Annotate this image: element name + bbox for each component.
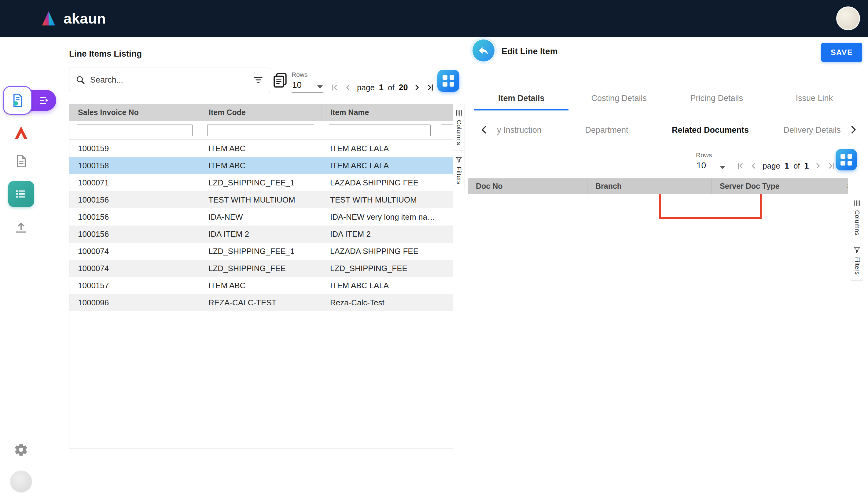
rows-select[interactable]: 10 — [696, 160, 726, 173]
rows-select[interactable]: 10 — [292, 80, 323, 93]
columns-icon — [455, 109, 463, 117]
next-page-icon[interactable] — [813, 161, 823, 170]
filter-input-invoice[interactable] — [77, 124, 193, 136]
brand-name: akaun — [64, 10, 106, 27]
tab-issue-link[interactable]: Issue Link — [766, 88, 864, 110]
table-row[interactable]: 1000156 IDA-NEW IDA-NEW very long item n… — [69, 208, 453, 225]
table-row[interactable]: 1000159 ITEM ABC ITEM ABC LALA — [69, 140, 453, 157]
back-arrow-icon — [477, 44, 489, 57]
columns-rail-label: Columns — [854, 210, 861, 235]
tabs-scroll-right-icon[interactable] — [848, 124, 859, 135]
sidebar-item-document-module[interactable] — [0, 154, 42, 168]
rows-per-page-control[interactable]: Rows 10 — [292, 71, 326, 93]
search-input[interactable] — [90, 75, 248, 85]
tab-delivery-details[interactable]: Delivery Details — [783, 123, 841, 137]
rows-label: Rows — [696, 151, 730, 159]
current-page: 1 — [785, 161, 789, 171]
filters-rail-button[interactable]: Filters — [453, 151, 465, 190]
filter-input-extra[interactable] — [441, 124, 453, 136]
table-header-row: Sales Invoice No Item Code Item Name — [69, 104, 453, 121]
current-page: 1 — [379, 83, 384, 92]
pages-icon — [272, 72, 289, 89]
cell-item-name: IDA ITEM 2 — [321, 230, 438, 239]
grid-view-button[interactable] — [437, 70, 459, 92]
columns-rail-button[interactable]: Columns — [851, 194, 863, 241]
document-icon — [14, 154, 28, 168]
grid-view-button[interactable] — [836, 149, 857, 170]
copy-view-button[interactable] — [271, 71, 289, 89]
total-pages: 1 — [804, 161, 809, 171]
chevron-down-icon — [720, 166, 725, 169]
sidebar-user-avatar[interactable] — [10, 471, 32, 493]
sidebar-item-line-items-selected[interactable] — [8, 181, 34, 207]
sidebar-item-red-module[interactable] — [0, 125, 42, 141]
filters-rail-label: Filters — [854, 257, 861, 275]
user-avatar[interactable] — [836, 7, 860, 30]
first-page-icon[interactable] — [736, 161, 745, 170]
tabs-scroll-left-icon[interactable] — [479, 124, 489, 135]
cell-item-name: ITEM ABC LALA — [321, 144, 438, 153]
grid-icon — [443, 75, 454, 87]
prev-page-icon[interactable] — [749, 161, 758, 170]
columns-rail-button[interactable]: Columns — [453, 104, 465, 151]
table-side-rail: Columns Filters — [453, 104, 465, 190]
sidebar — [0, 37, 42, 503]
line-items-table: Sales Invoice No Item Code Item Name 100… — [69, 104, 453, 449]
tab-pricing-details[interactable]: Pricing Details — [668, 88, 766, 110]
tab-department[interactable]: Department — [585, 123, 628, 137]
columns-rail-label: Columns — [455, 120, 463, 145]
table-row[interactable]: 1000096 REZA-CALC-TEST Reza-Calc-Test — [69, 294, 453, 311]
cell-invoice: 1000074 — [69, 247, 200, 256]
column-header-status[interactable]: St — [839, 178, 848, 194]
column-header-item-code[interactable]: Item Code — [200, 104, 321, 121]
search-icon — [75, 75, 85, 85]
pagination-left: page 1 of 20 — [330, 80, 435, 95]
chevron-down-icon — [317, 85, 323, 89]
column-header-extra — [438, 104, 453, 121]
app-switcher[interactable] — [3, 85, 60, 115]
tab-item-details[interactable]: Item Details — [473, 88, 570, 110]
of-word: of — [793, 161, 800, 171]
cell-item-code: TEST WITH MULTIUOM — [200, 195, 321, 205]
table-row[interactable]: 1000156 TEST WITH MULTIUOM TEST WITH MUL… — [69, 191, 453, 208]
cell-item-code: IDA-NEW — [200, 212, 321, 222]
next-page-icon[interactable] — [412, 83, 422, 92]
tab-costing-details[interactable]: Costing Details — [570, 88, 668, 110]
settings-gear-icon — [14, 442, 29, 457]
back-button[interactable] — [473, 39, 495, 61]
table-row[interactable]: 1000157 ITEM ABC ITEM ABC LALA — [69, 277, 453, 294]
topbar: akaun — [0, 0, 868, 37]
sidebar-item-upload[interactable] — [0, 220, 42, 234]
filters-rail-button[interactable]: Filters — [851, 241, 863, 280]
column-header-item-name[interactable]: Item Name — [321, 104, 438, 121]
first-page-icon[interactable] — [330, 83, 339, 92]
column-header-invoice[interactable]: Sales Invoice No — [69, 104, 200, 121]
cell-item-name: IDA-NEW very long item nam... — [321, 212, 438, 222]
table-row[interactable]: 1000071 LZD_SHIPPING_FEE_1 LAZADA SHIPPI… — [69, 174, 453, 191]
last-page-icon[interactable] — [827, 161, 836, 170]
column-header-branch[interactable]: Branch — [587, 178, 712, 194]
column-header-server-doc-type[interactable]: Server Doc Type — [712, 178, 839, 194]
edit-line-item-panel: Edit Line Item SAVE Item Details Costing… — [467, 37, 868, 503]
filter-input-item-name[interactable] — [329, 124, 431, 136]
cell-item-name: LAZADA SHIPPING FEE — [321, 247, 438, 256]
filter-input-item-code[interactable] — [207, 124, 314, 136]
prev-page-icon[interactable] — [343, 83, 353, 92]
invoice-doc-icon — [9, 92, 26, 109]
table-row[interactable]: 1000156 IDA ITEM 2 IDA ITEM 2 — [69, 225, 453, 243]
cell-invoice: 1000157 — [69, 281, 200, 290]
table-row[interactable]: 1000074 LZD_SHIPPING_FEE_1 LAZADA SHIPPI… — [69, 243, 453, 260]
save-button[interactable]: SAVE — [821, 43, 862, 62]
table-row[interactable]: 1000074 LZD_SHIPPING_FEE LZD_SHIPPING_FE… — [69, 260, 453, 277]
last-page-icon[interactable] — [426, 83, 435, 92]
cell-item-code: LZD_SHIPPING_FEE_1 — [200, 247, 321, 256]
table-row-selected[interactable]: 1000158 ITEM ABC ITEM ABC LALA — [69, 157, 453, 174]
sidebar-item-settings[interactable] — [0, 442, 42, 457]
filter-list-icon[interactable] — [253, 74, 264, 85]
column-header-doc-no[interactable]: Doc No — [468, 178, 587, 194]
akaun-logo-icon — [39, 10, 58, 27]
tab-delivery-instruction[interactable]: y Instruction — [497, 123, 541, 137]
app-switcher-card[interactable] — [3, 86, 32, 115]
rows-per-page-control[interactable]: Rows 10 — [696, 151, 730, 173]
tab-related-documents[interactable]: Related Documents — [672, 123, 749, 137]
